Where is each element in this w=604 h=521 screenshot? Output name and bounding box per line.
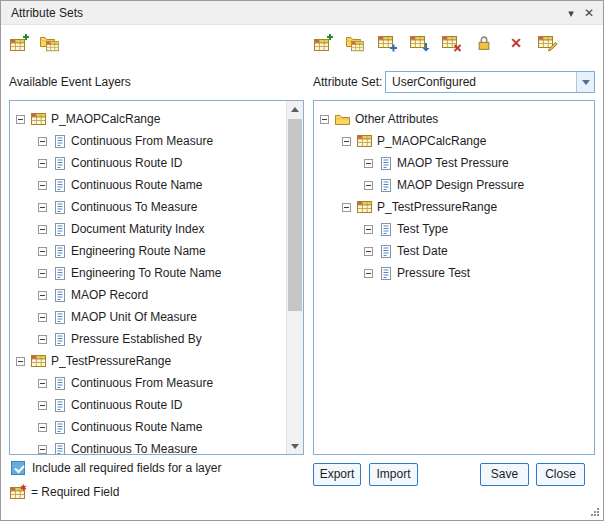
collapse-icon[interactable] xyxy=(16,357,25,366)
scrollbar-thumb[interactable] xyxy=(288,119,302,311)
add-field-icon[interactable] xyxy=(377,32,399,54)
lock-attribute-set-icon[interactable] xyxy=(473,32,495,54)
tree-item[interactable]: MAOP Record xyxy=(10,284,303,306)
scroll-down-icon[interactable] xyxy=(287,438,303,454)
event-layer-icon xyxy=(31,355,46,367)
event-layer-icon xyxy=(357,135,372,147)
scroll-up-icon[interactable] xyxy=(287,101,303,117)
remove-field-icon[interactable] xyxy=(441,32,463,54)
pane-menu-icon[interactable]: ▾ xyxy=(563,5,579,21)
field-icon xyxy=(53,157,66,170)
tree-item[interactable]: MAOP Test Pressure xyxy=(314,152,594,174)
tree-item[interactable]: Continuous Route Name xyxy=(10,174,303,196)
tree-item-label: Other Attributes xyxy=(355,108,438,130)
tree-item[interactable]: Test Type xyxy=(314,218,594,240)
tree-item[interactable]: Document Maturity Index xyxy=(10,218,303,240)
collapse-icon[interactable] xyxy=(364,225,373,234)
collapse-icon[interactable] xyxy=(38,137,47,146)
collapse-icon[interactable] xyxy=(38,291,47,300)
collapse-icon[interactable] xyxy=(38,181,47,190)
attribute-set-dropdown[interactable]: UserConfigured xyxy=(385,71,595,93)
tree-item-label: P_TestPressureRange xyxy=(377,196,497,218)
right-tree: Other Attributes P_MAOPCalcRange MAOP Te… xyxy=(314,101,594,284)
collapse-icon[interactable] xyxy=(320,115,329,124)
event-layer-icon xyxy=(31,113,46,125)
tree-item[interactable]: Pressure Established By xyxy=(10,328,303,350)
tree-item[interactable]: Continuous To Measure xyxy=(10,196,303,218)
import-button[interactable]: Import xyxy=(369,463,418,486)
tree-item[interactable]: Engineering To Route Name xyxy=(10,262,303,284)
copy-attribute-set-icon[interactable] xyxy=(345,32,367,54)
collapse-icon[interactable] xyxy=(16,115,25,124)
collapse-icon[interactable] xyxy=(38,247,47,256)
collapse-icon[interactable] xyxy=(342,137,351,146)
tree-item[interactable]: Engineering Route Name xyxy=(10,240,303,262)
collapse-icon[interactable] xyxy=(38,269,47,278)
tree-item[interactable]: Test Date xyxy=(314,240,594,262)
tree-item[interactable]: Continuous Route ID xyxy=(10,394,303,416)
field-icon xyxy=(53,421,66,434)
resize-grip[interactable] xyxy=(590,507,600,517)
required-field-icon xyxy=(10,484,27,499)
collapse-icon[interactable] xyxy=(38,159,47,168)
insert-field-icon[interactable] xyxy=(409,32,431,54)
tree-item-label: P_TestPressureRange xyxy=(51,350,171,372)
tree-item-label: MAOP Unit Of Measure xyxy=(71,306,197,328)
collapse-icon[interactable] xyxy=(38,225,47,234)
add-field-icon-glyph xyxy=(378,34,398,52)
include-required-fields-checkbox[interactable] xyxy=(11,461,25,475)
include-required-fields-label: Include all required fields for a layer xyxy=(32,460,221,476)
close-button[interactable]: Close xyxy=(536,463,585,486)
tree-item[interactable]: P_MAOPCalcRange xyxy=(10,108,303,130)
available-event-layers-tree: P_MAOPCalcRange Continuous From Measure … xyxy=(9,100,304,455)
collapse-icon[interactable] xyxy=(364,269,373,278)
collapse-icon[interactable] xyxy=(38,203,47,212)
tree-item[interactable]: Continuous Route ID xyxy=(10,152,303,174)
tree-item[interactable]: Continuous Route Name xyxy=(10,416,303,438)
collapse-icon[interactable] xyxy=(364,159,373,168)
save-button[interactable]: Save xyxy=(480,463,529,486)
tree-item[interactable]: MAOP Design Pressure xyxy=(314,174,594,196)
tree-item[interactable]: Pressure Test xyxy=(314,262,594,284)
collapse-icon[interactable] xyxy=(38,401,47,410)
tree-item[interactable]: P_MAOPCalcRange xyxy=(314,130,594,152)
collapse-icon[interactable] xyxy=(38,445,47,454)
add-event-layer-group-icon[interactable] xyxy=(39,32,61,54)
toolbar-left xyxy=(9,31,61,55)
dialog-title: Attribute Sets xyxy=(11,1,83,25)
add-event-layer-icon[interactable] xyxy=(9,32,31,54)
dropdown-arrow-button[interactable] xyxy=(576,72,594,92)
attribute-set-tree: Other Attributes P_MAOPCalcRange MAOP Te… xyxy=(313,100,595,455)
available-event-layers-label: Available Event Layers xyxy=(9,71,131,93)
tree-item-label: Engineering Route Name xyxy=(71,240,206,262)
close-icon[interactable]: ✕ xyxy=(581,5,597,21)
field-icon xyxy=(53,377,66,390)
collapse-icon[interactable] xyxy=(342,203,351,212)
collapse-icon[interactable] xyxy=(38,313,47,322)
tree-item[interactable]: Continuous From Measure xyxy=(10,130,303,152)
tree-item[interactable]: Continuous From Measure xyxy=(10,372,303,394)
collapse-icon[interactable] xyxy=(364,247,373,256)
tree-item[interactable]: P_TestPressureRange xyxy=(314,196,594,218)
tree-item[interactable]: Continuous To Measure xyxy=(10,438,303,455)
field-icon xyxy=(379,245,392,258)
folder-icon xyxy=(335,113,350,125)
field-icon xyxy=(379,157,392,170)
delete-attribute-set-icon[interactable]: ✕ xyxy=(505,32,527,54)
tree-item[interactable]: Other Attributes xyxy=(314,108,594,130)
tree-item-label: Pressure Established By xyxy=(71,328,202,350)
collapse-icon[interactable] xyxy=(38,423,47,432)
tree-item-label: P_MAOPCalcRange xyxy=(51,108,160,130)
export-button[interactable]: Export xyxy=(313,463,361,486)
collapse-icon[interactable] xyxy=(364,181,373,190)
tree-item-label: Test Date xyxy=(397,240,448,262)
tree-item[interactable]: P_TestPressureRange xyxy=(10,350,303,372)
new-attribute-set-icon[interactable] xyxy=(313,32,335,54)
tree-item[interactable]: MAOP Unit Of Measure xyxy=(10,306,303,328)
collapse-icon[interactable] xyxy=(38,335,47,344)
tree-item-label: Continuous To Measure xyxy=(71,438,198,455)
vertical-scrollbar[interactable] xyxy=(286,101,303,454)
title-bar: Attribute Sets ▾ ✕ xyxy=(1,1,603,25)
attribute-set-properties-icon[interactable] xyxy=(537,32,559,54)
collapse-icon[interactable] xyxy=(38,379,47,388)
